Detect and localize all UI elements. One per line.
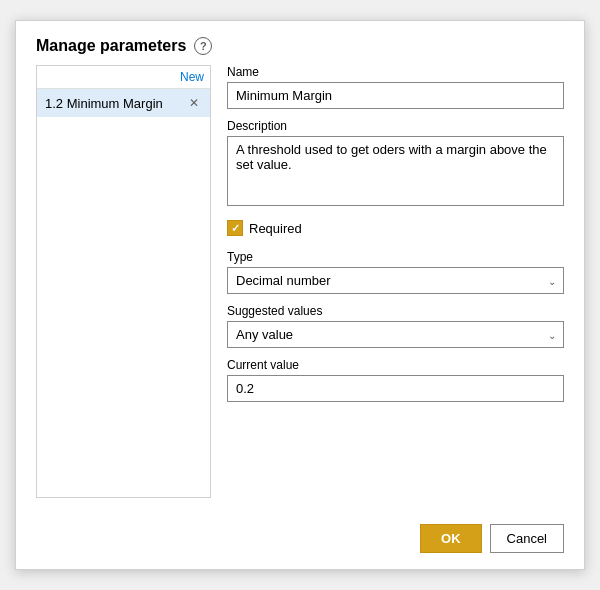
suggested-select-wrapper: Any value ⌄	[227, 321, 564, 348]
current-value-field-group: Current value	[227, 358, 564, 402]
type-label: Type	[227, 250, 564, 264]
name-label: Name	[227, 65, 564, 79]
dialog-title: Manage parameters	[36, 37, 186, 55]
dialog-footer: OK Cancel	[16, 514, 584, 569]
ok-button[interactable]: OK	[420, 524, 482, 553]
current-value-input[interactable]	[227, 375, 564, 402]
param-item-label: 1.2 Minimum Margin	[45, 96, 186, 111]
required-checkbox[interactable]: ✓	[227, 220, 243, 236]
left-panel: New 1.2 Minimum Margin ✕	[36, 65, 211, 498]
type-field-group: Type Decimal number ⌄	[227, 250, 564, 294]
dialog-body: New 1.2 Minimum Margin ✕ Name Descriptio…	[16, 65, 584, 514]
new-parameter-link[interactable]: New	[180, 70, 204, 84]
current-value-label: Current value	[227, 358, 564, 372]
type-select[interactable]: Decimal number	[227, 267, 564, 294]
description-field-group: Description	[227, 119, 564, 206]
suggested-field-group: Suggested values Any value ⌄	[227, 304, 564, 348]
description-textarea[interactable]	[227, 136, 564, 206]
cancel-button[interactable]: Cancel	[490, 524, 564, 553]
required-label: Required	[249, 221, 302, 236]
left-panel-header: New	[37, 66, 210, 89]
suggested-select[interactable]: Any value	[227, 321, 564, 348]
help-icon[interactable]: ?	[194, 37, 212, 55]
close-icon[interactable]: ✕	[186, 95, 202, 111]
type-select-wrapper: Decimal number ⌄	[227, 267, 564, 294]
description-label: Description	[227, 119, 564, 133]
name-input[interactable]	[227, 82, 564, 109]
required-row: ✓ Required	[227, 216, 564, 240]
name-field-group: Name	[227, 65, 564, 109]
manage-parameters-dialog: Manage parameters ? New 1.2 Minimum Marg…	[15, 20, 585, 570]
dialog-header: Manage parameters ?	[16, 21, 584, 65]
checkmark-icon: ✓	[231, 223, 240, 234]
suggested-label: Suggested values	[227, 304, 564, 318]
param-item[interactable]: 1.2 Minimum Margin ✕	[37, 89, 210, 117]
right-panel: Name Description ✓ Required Type Decimal…	[227, 65, 564, 498]
